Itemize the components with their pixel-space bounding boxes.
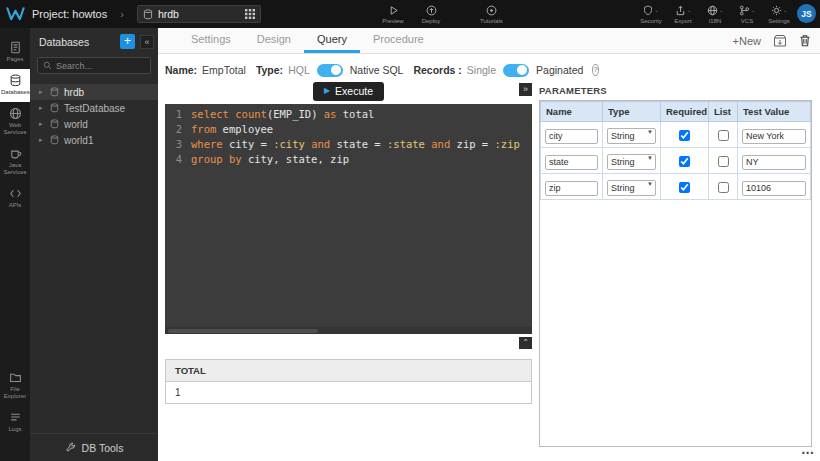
export-caret-icon: ⌄ <box>687 5 691 15</box>
database-search-box <box>37 57 151 74</box>
databases-panel-header: Databases + « <box>30 28 158 53</box>
type-option-hql[interactable]: HQL <box>288 64 310 76</box>
rail-spacer <box>0 215 30 366</box>
database-list-item-hrdb[interactable]: ▸ hrdb <box>30 84 158 100</box>
preview-button[interactable]: Preview <box>382 5 404 24</box>
collapse-editor-button[interactable]: ⌃ <box>519 337 532 349</box>
database-list-item-world[interactable]: ▸ world <box>30 116 158 132</box>
type-toggle[interactable] <box>317 64 343 77</box>
rail-label: File Explorer <box>4 386 26 399</box>
execute-button[interactable]: ▶ Execute <box>313 82 384 101</box>
editor-horizontal-scrollbar[interactable] <box>165 327 532 334</box>
query-editor-column: Name: EmpTotal Type: HQL Native SQL Reco… <box>165 54 532 461</box>
rail-item-databases[interactable]: Databases <box>0 69 30 102</box>
name-label: Name: <box>165 64 197 76</box>
add-database-button[interactable]: + <box>120 34 135 49</box>
vcs-label: VCS <box>741 18 753 24</box>
collapse-panel-button[interactable]: « <box>140 35 154 49</box>
param-test-value-input[interactable] <box>742 129 806 144</box>
tree-caret-icon: ▸ <box>39 104 45 112</box>
parameters-table: Name Type Required List Test Value Strin… <box>540 101 811 200</box>
param-name-input[interactable] <box>545 155 598 170</box>
parameters-box: Name Type Required List Test Value Strin… <box>539 100 812 447</box>
database-cylinder-icon <box>50 103 59 113</box>
param-list-checkbox[interactable] <box>718 130 729 141</box>
sql-editor[interactable]: 1select count(EMP_ID) as total2from empl… <box>165 104 532 334</box>
line-number: 2 <box>165 122 191 137</box>
tree-caret-icon: ▸ <box>39 120 45 128</box>
execute-label: Execute <box>335 85 373 97</box>
settings-gear-icon <box>771 5 782 16</box>
database-cylinder-icon <box>143 9 153 20</box>
param-type-select[interactable]: String <box>607 180 656 196</box>
settings-label: Settings <box>768 18 790 24</box>
databases-panel-title: Databases <box>39 36 115 48</box>
new-query-button[interactable]: +New <box>733 35 761 47</box>
more-options-button[interactable]: ⋯ <box>798 445 817 460</box>
database-list-item-testdatabase[interactable]: ▸ TestDatabase <box>30 100 158 116</box>
query-content: Name: EmpTotal Type: HQL Native SQL Reco… <box>158 54 820 461</box>
rail-item-apis[interactable]: APIs <box>0 182 30 215</box>
rail-item-web-services[interactable]: Web Services <box>0 102 30 142</box>
databases-panel: Databases + « ▸ hrdb ▸ TestDatabase ▸ wo… <box>30 28 158 461</box>
topbar-center-nav: Preview Deploy Tutorials <box>382 0 503 28</box>
database-list-item-world1[interactable]: ▸ world1 <box>30 132 158 148</box>
vcs-button[interactable]: ⌄ VCS <box>736 5 758 24</box>
param-type-select[interactable]: String <box>607 154 656 170</box>
deploy-button[interactable]: Deploy <box>420 5 442 24</box>
rail-label: Databases <box>1 89 30 95</box>
database-selector[interactable]: hrdb <box>137 5 261 23</box>
param-required-checkbox[interactable] <box>679 182 690 193</box>
tab-query[interactable]: Query <box>304 28 360 53</box>
parameter-row: String▼ <box>541 148 811 174</box>
query-name-value: EmpTotal <box>202 64 246 76</box>
security-shield-icon <box>643 5 653 16</box>
rail-item-pages[interactable]: Pages <box>0 36 30 69</box>
rail-item-file-explorer[interactable]: File Explorer <box>0 366 30 406</box>
code-text: select count(EMP_ID) as total <box>191 107 374 122</box>
logs-icon <box>1 411 29 424</box>
records-toggle[interactable] <box>503 64 529 77</box>
app-grid-icon[interactable] <box>245 9 255 19</box>
security-button[interactable]: ⌄ Security <box>640 5 662 24</box>
deploy-label: Deploy <box>422 18 441 24</box>
param-list-checkbox[interactable] <box>718 182 729 193</box>
database-search-input[interactable] <box>56 61 145 71</box>
scrollbar-handle[interactable] <box>168 329 318 333</box>
records-option-single[interactable]: Single <box>467 64 496 76</box>
tutorials-button[interactable]: Tutorials <box>480 5 503 24</box>
type-option-native-sql[interactable]: Native SQL <box>350 64 404 76</box>
database-name: hrdb <box>64 87 84 98</box>
param-type-select[interactable]: String <box>607 128 656 144</box>
rail-label: APIs <box>9 202 22 208</box>
param-test-value-input[interactable] <box>742 181 806 196</box>
rail-item-java-services[interactable]: Java Services <box>0 142 30 182</box>
i18n-button[interactable]: ⌄ I18N <box>704 5 726 24</box>
param-required-checkbox[interactable] <box>679 130 690 141</box>
code-line: 2from employee <box>165 122 532 137</box>
param-name-input[interactable] <box>545 181 598 196</box>
db-tools-label: DB Tools <box>82 442 124 454</box>
topbar: Project: howtos › hrdb Preview Deploy Tu… <box>0 0 820 28</box>
db-tools-button[interactable]: DB Tools <box>30 433 158 461</box>
rail-item-logs[interactable]: Logs <box>0 406 30 439</box>
param-list-checkbox[interactable] <box>718 156 729 167</box>
export-button[interactable]: ⌄ Export <box>672 5 694 24</box>
expand-editor-button[interactable]: » <box>519 83 532 96</box>
app-body: Pages Databases Web Services Java Servic… <box>0 28 820 461</box>
rail-label: Java Services <box>3 162 26 175</box>
param-test-value-input[interactable] <box>742 155 806 170</box>
tree-caret-icon: ▸ <box>39 136 45 144</box>
query-config-row: Name: EmpTotal Type: HQL Native SQL Reco… <box>165 61 532 79</box>
settings-button[interactable]: ⌄ Settings <box>768 5 790 24</box>
code-lines: 1select count(EMP_ID) as total2from empl… <box>165 107 532 167</box>
tab-settings[interactable]: Settings <box>178 28 244 53</box>
tab-design[interactable]: Design <box>244 28 304 53</box>
export-query-icon[interactable] <box>773 34 787 47</box>
i18n-caret-icon: ⌄ <box>719 5 723 15</box>
param-name-input[interactable] <box>545 129 598 144</box>
tab-procedure[interactable]: Procedure <box>360 28 437 53</box>
delete-query-icon[interactable] <box>799 34 811 47</box>
param-required-checkbox[interactable] <box>679 156 690 167</box>
user-avatar[interactable]: JS <box>797 4 816 23</box>
